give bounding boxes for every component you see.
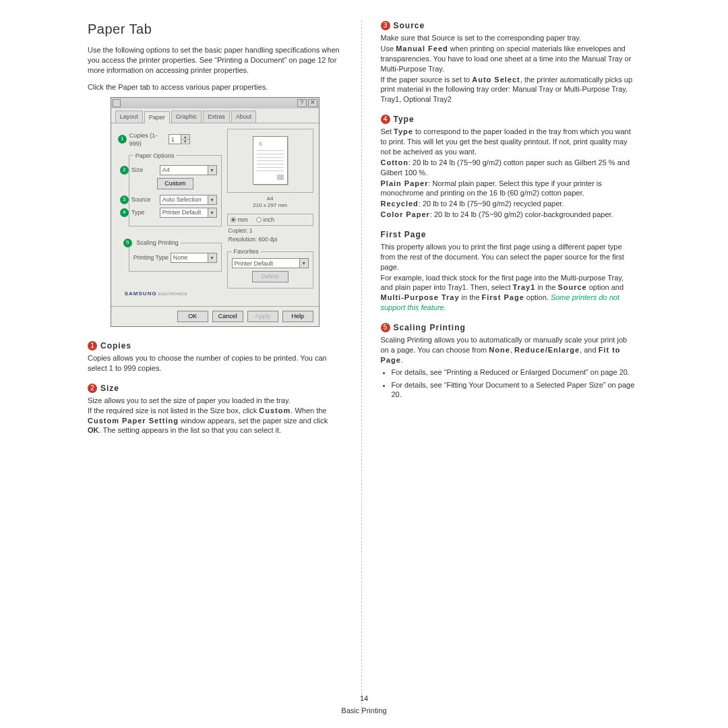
favorites-select[interactable]: Printer Default▼: [232, 258, 309, 268]
printing-type-select[interactable]: None▼: [171, 253, 217, 263]
intro-paragraph-2: Click the Paper tab to access various pa…: [88, 82, 342, 92]
section-title-scaling: Scaling Printing: [394, 322, 466, 333]
firstpage-body-2: For example, load thick stock for the fi…: [381, 273, 636, 313]
radio-mm[interactable]: [231, 217, 236, 222]
printer-dialog-screenshot: ? ✕ Layout Paper Graphic Extras About 1 …: [111, 97, 320, 326]
size-body-1: Size allows you to set the size of paper…: [88, 396, 342, 406]
source-body-3: If the paper source is set to Auto Selec…: [381, 75, 636, 105]
scaling-bullet-2: For details, see “Fitting Your Document …: [392, 380, 636, 400]
custom-size-button[interactable]: Custom: [157, 178, 193, 189]
section-num-2: 2: [88, 384, 97, 393]
source-body-2: Use Manual Feed when printing on special…: [381, 44, 636, 74]
callout-4: 4: [120, 208, 129, 217]
brand-sub: ELECTRONICS: [158, 291, 187, 297]
size-label: Size: [131, 166, 160, 174]
apply-button[interactable]: Apply: [247, 311, 278, 322]
help-button-footer[interactable]: Help: [282, 311, 313, 322]
page-preview: S: [227, 129, 313, 193]
callout-5: 5: [123, 239, 132, 247]
cancel-button[interactable]: Cancel: [212, 311, 243, 322]
type-label: Type: [131, 208, 160, 216]
section-title-type: Type: [394, 114, 415, 125]
section-title-copies: Copies: [100, 340, 131, 351]
ok-button[interactable]: OK: [177, 311, 208, 322]
favorites-legend: Favorites: [232, 247, 261, 255]
tab-extras[interactable]: Extras: [203, 111, 230, 122]
section-copies-body: Copies allows you to choose the number o…: [88, 353, 342, 373]
tab-graphic[interactable]: Graphic: [171, 111, 202, 122]
preview-caption-dim: 210 x 297 mm: [227, 202, 313, 210]
page-footer: 14 Basic Printing: [0, 694, 728, 716]
unit-selector[interactable]: mm inch: [227, 214, 313, 226]
callout-1: 1: [118, 135, 127, 144]
tab-paper[interactable]: Paper: [144, 111, 170, 123]
source-label: Source: [131, 195, 160, 204]
scaling-legend: Scaling Printing: [136, 239, 179, 246]
copies-label: Copies (1-999): [129, 131, 169, 148]
size-select[interactable]: A4▼: [160, 165, 217, 175]
scaling-body-1: Scaling Printing allows you to automatic…: [381, 335, 636, 365]
type-body-1: Set Type to correspond to the paper load…: [381, 127, 636, 157]
page-number: 14: [0, 694, 728, 704]
intro-paragraph-1: Use the following options to set the bas…: [88, 45, 342, 75]
callout-3: 3: [120, 195, 129, 204]
paper-options-legend: Paper Options: [133, 152, 177, 160]
type-color: Color Paper: 20 lb to 24 lb (75~90 g/m2)…: [381, 210, 636, 220]
help-button[interactable]: ?: [297, 99, 307, 107]
printing-type-label: Printing Type: [133, 253, 171, 262]
page-title: Paper Tab: [88, 20, 342, 38]
scaling-printing-fieldset: 5 Scaling Printing Printing Type None▼: [129, 239, 222, 272]
section-title-source: Source: [394, 20, 425, 31]
preview-caption-size: A4: [227, 195, 313, 203]
section-num-3: 3: [381, 21, 390, 30]
section-num-4: 4: [381, 115, 390, 124]
callout-2: 2: [120, 166, 129, 175]
info-resolution: Resolution: 600 dpi: [227, 236, 313, 243]
tab-layout[interactable]: Layout: [115, 111, 143, 122]
tab-about[interactable]: About: [231, 111, 257, 122]
section-num-1: 1: [88, 341, 97, 351]
section-title-size: Size: [100, 383, 119, 394]
section-title-firstpage: First Page: [381, 229, 427, 240]
type-cotton: Cotton: 20 lb to 24 lb (75~90 g/m2) cott…: [381, 158, 636, 178]
size-body-2: If the required size is not listed in th…: [88, 406, 342, 436]
type-recycled: Recycled: 20 lb to 24 lb (75~90 g/m2) re…: [381, 199, 636, 209]
source-body-1: Make sure that Source is set to the corr…: [381, 33, 636, 43]
footer-label: Basic Printing: [0, 706, 728, 716]
copies-input[interactable]: 1 ▲▼: [169, 134, 190, 144]
scaling-bullet-1: For details, see “Printing a Reduced or …: [392, 367, 636, 377]
favorites-delete-button[interactable]: Delete: [252, 271, 289, 282]
close-button[interactable]: ✕: [308, 99, 317, 107]
info-copies: Copies: 1: [227, 227, 313, 235]
firstpage-body-1: This property allows you to print the fi…: [381, 242, 636, 272]
brand-logo: SAMSUNG: [125, 291, 157, 298]
type-plain: Plain Paper: Normal plain paper. Select …: [381, 179, 636, 199]
type-select[interactable]: Printer Default▼: [160, 208, 217, 218]
printer-icon: [113, 99, 121, 107]
section-num-5: 5: [381, 323, 390, 332]
favorites-fieldset: Favorites Printer Default▼ Delete: [227, 247, 313, 289]
source-select[interactable]: Auto Selection▼: [160, 195, 217, 205]
paper-options-fieldset: Paper Options 2 Size A4▼ Custom 3 Source: [129, 152, 222, 226]
radio-inch[interactable]: [256, 217, 262, 222]
